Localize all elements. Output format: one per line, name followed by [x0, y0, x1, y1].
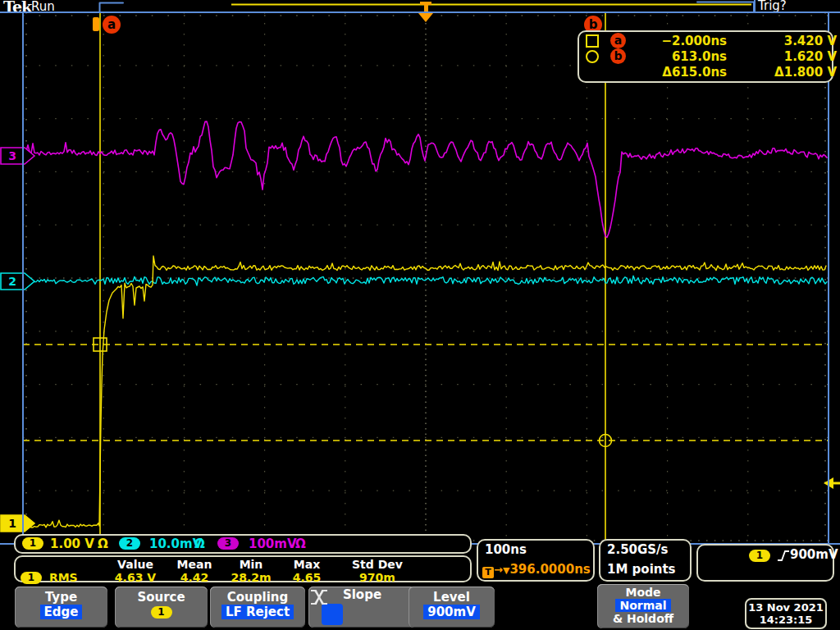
meas-min: 28.2m [224, 571, 278, 584]
measurement-row: 1 RMS 4.63 V 4.42 28.2m 4.65 970m [16, 571, 470, 584]
menu-level-title: Level [409, 590, 495, 605]
trigger-source-badge: 1 [749, 550, 770, 562]
col-value: Value [106, 558, 165, 571]
measurement-box: Value Mean Min Max Std Dev 1 RMS 4.63 V … [14, 555, 472, 582]
slope-either-option[interactable] [381, 604, 403, 625]
ch3-scale: 100mV [249, 536, 297, 551]
ch2-reference-tag[interactable]: 2 [1, 273, 34, 290]
menu-type-title: Type [15, 590, 107, 605]
ch3-trace [23, 121, 827, 237]
menu-source-ch-badge: 1 [151, 606, 172, 619]
svg-text:3: 3 [8, 149, 16, 162]
menu-level-button[interactable]: Level 900mV [409, 587, 495, 628]
menu-slope-button[interactable]: Slope [308, 587, 416, 628]
cursor-a-time: −2.000ns [635, 34, 727, 48]
menu-mode-title: Mode [597, 586, 689, 599]
ch1-trace [23, 256, 826, 527]
svg-text:1: 1 [8, 517, 16, 530]
cursor-a-square-icon [586, 34, 599, 48]
menu-source-button[interactable]: Source 1 [115, 587, 208, 628]
date-label: 13 Nov 2021 [746, 601, 825, 614]
channel-scale-bar: 1 1.00 V Ω 2 10.0mV Ω 3 100mV Ω [14, 534, 472, 554]
col-max: Max [278, 558, 336, 571]
cursor-a-handle[interactable] [93, 17, 99, 31]
ch1-badge[interactable]: 1 [22, 537, 43, 550]
cursor-b-time: 613.0ns [635, 49, 727, 64]
menu-type-button[interactable]: Type Edge [15, 587, 107, 628]
oscilloscope-screen: Tek Run Trig? ab 3 2 1 a −2.000ns 3.420 … [0, 0, 840, 630]
cursor-b-circle-icon [586, 50, 599, 63]
cursor-b-volts: 1.620 V [727, 49, 837, 64]
timebase-box: 100ns T→▼396.0000ns [477, 539, 595, 582]
trigger-level-arrow[interactable] [824, 477, 840, 489]
menu-type-value: Edge [40, 605, 83, 619]
measurement-headers: Value Mean Min Max Std Dev [16, 558, 470, 571]
cursor-b-badge: b [610, 48, 626, 64]
col-mean: Mean [165, 558, 224, 571]
meas-name: RMS [49, 571, 78, 584]
sample-rate-box: 2.50GS/s 1M points [599, 539, 692, 582]
cursor-a-flag[interactable]: a [103, 16, 121, 34]
trigger-readout-box: 1 900mV [696, 544, 834, 582]
sample-rate: 2.50GS/s [607, 542, 669, 557]
menu-mode-extra: & Holdoff [597, 612, 689, 625]
meas-mean: 4.42 [165, 571, 224, 584]
meas-value: 4.63 V [106, 571, 165, 584]
meas-ch-badge: 1 [21, 572, 42, 584]
datetime-box: 13 Nov 2021 14:23:15 [745, 598, 827, 629]
trigger-level-readout: 900mV [790, 547, 838, 562]
time-label: 14:23:15 [746, 614, 825, 626]
ch2-badge[interactable]: 2 [119, 537, 140, 550]
ch1-impedance: Ω [98, 536, 108, 551]
trigger-t-icon: T [482, 567, 494, 578]
ch1-reference-tag[interactable]: 1 [1, 515, 34, 532]
menu-coupling-button[interactable]: Coupling LF Reject [210, 587, 305, 628]
menu-level-value: 900mV [423, 605, 480, 619]
trigger-delay: 396.0000ns [509, 562, 590, 577]
arrow-icon: → [494, 564, 503, 576]
menu-mode-button[interactable]: Mode Normal & Holdoff [597, 584, 689, 628]
menu-coupling-title: Coupling [210, 590, 305, 605]
menu-mode-value: Normal [615, 599, 670, 612]
cursor-delta-volts: Δ1.800 V [727, 65, 837, 80]
cursor-readout-box: a −2.000ns 3.420 V b 613.0ns 1.620 V Δ61… [578, 30, 833, 83]
ch2-trace [23, 276, 827, 285]
cursor-delta-time: Δ615.0ns [635, 65, 727, 80]
svg-text:2: 2 [8, 275, 16, 288]
cursor-a-volts: 3.420 V [727, 34, 837, 48]
meas-stddev: 970m [336, 571, 419, 584]
trigger-delay-row: T→▼396.0000ns [482, 561, 591, 578]
rising-edge-icon [777, 550, 790, 562]
col-stddev: Std Dev [336, 558, 419, 571]
timebase-scale: 100ns [485, 542, 527, 557]
svg-text:a: a [107, 17, 116, 32]
ch3-badge[interactable]: 3 [217, 537, 239, 550]
menu-coupling-value: LF Reject [221, 605, 294, 619]
cursor-a-badge: a [610, 33, 626, 48]
col-min: Min [224, 558, 278, 571]
ch3-impedance: Ω [295, 536, 306, 551]
record-length: 1M points [607, 562, 676, 577]
slope-falling-option[interactable] [352, 604, 373, 625]
meas-max: 4.65 [278, 571, 336, 584]
menu-source-title: Source [115, 590, 208, 605]
ch2-impedance: Ω [194, 536, 205, 551]
ch1-scale: 1.00 V [50, 536, 94, 551]
